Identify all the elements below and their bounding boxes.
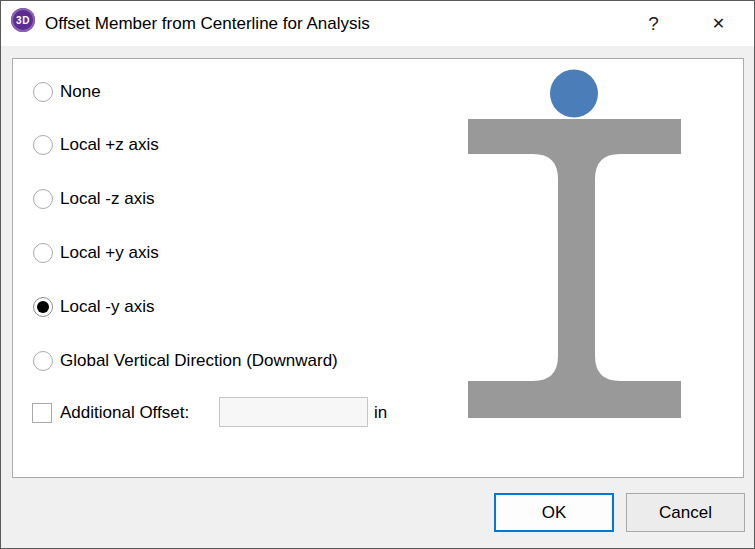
cancel-button[interactable]: Cancel [626, 493, 745, 532]
options-panel: None Local +z axis Local -z axis Local +… [12, 58, 744, 478]
radio-label: None [60, 82, 101, 102]
offset-member-dialog: 3D Offset Member from Centerline for Ana… [0, 0, 755, 549]
radio-icon [33, 243, 53, 263]
radio-option-global-vertical[interactable]: Global Vertical Direction (Downward) [33, 350, 338, 372]
radio-label: Local +z axis [60, 135, 159, 155]
help-button[interactable]: ? [631, 1, 676, 46]
unit-label: in [374, 403, 387, 423]
radio-option-local-plus-y[interactable]: Local +y axis [33, 242, 159, 264]
radio-option-local-minus-z[interactable]: Local -z axis [33, 188, 154, 210]
additional-offset-input[interactable] [219, 397, 368, 427]
radio-option-local-minus-y[interactable]: Local -y axis [33, 296, 154, 318]
additional-offset-checkbox[interactable] [32, 403, 52, 423]
offset-position-indicator [550, 70, 598, 118]
close-button[interactable]: ✕ [696, 1, 741, 46]
additional-offset-row: Additional Offset: [32, 402, 189, 424]
ibeam-diagram [453, 59, 703, 429]
radio-label: Local +y axis [60, 243, 159, 263]
radio-label: Local -y axis [60, 297, 154, 317]
radio-label: Local -z axis [60, 189, 154, 209]
radio-label: Global Vertical Direction (Downward) [60, 351, 338, 371]
radio-icon [33, 82, 53, 102]
title-bar: 3D Offset Member from Centerline for Ana… [1, 1, 754, 46]
radio-icon [33, 189, 53, 209]
ok-button[interactable]: OK [494, 493, 614, 532]
app-icon-3d: 3D [11, 8, 35, 32]
radio-option-none[interactable]: None [33, 81, 101, 103]
radio-option-local-plus-z[interactable]: Local +z axis [33, 134, 159, 156]
radio-icon [33, 351, 53, 371]
ibeam-graphic [468, 119, 681, 418]
window-title: Offset Member from Centerline for Analys… [45, 1, 370, 46]
radio-icon [33, 297, 53, 317]
radio-icon [33, 135, 53, 155]
additional-offset-label: Additional Offset: [60, 403, 189, 423]
